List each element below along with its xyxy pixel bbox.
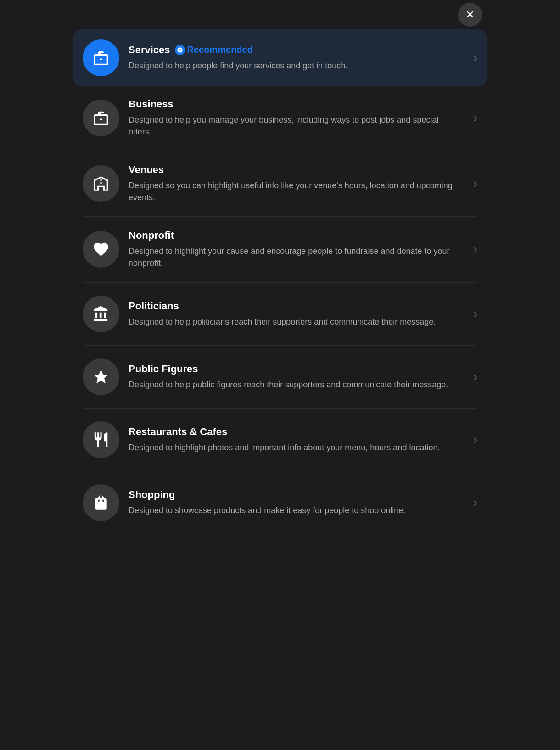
template-item-venues[interactable]: VenuesDesigned so you can highlight usef… [73, 154, 487, 213]
template-name-venues: Venues [129, 164, 164, 176]
template-name-row-venues: Venues [129, 164, 459, 176]
template-description-public-figures: Designed to help public figures reach th… [129, 379, 459, 391]
svg-rect-0 [100, 59, 102, 60]
template-name-restaurants: Restaurants & Cafes [129, 426, 227, 438]
template-name-row-restaurants: Restaurants & Cafes [129, 426, 459, 438]
template-text-shopping: ShoppingDesigned to showcase products an… [129, 489, 459, 516]
template-name-politicians: Politicians [129, 300, 179, 312]
template-item-politicians[interactable]: PoliticiansDesigned to help politicians … [73, 285, 487, 342]
list-divider [83, 408, 477, 409]
heart-icon [83, 231, 119, 268]
template-description-business: Designed to help you manage your busines… [129, 114, 459, 138]
template-name-business: Business [129, 98, 174, 110]
svg-rect-1 [100, 119, 102, 120]
template-description-shopping: Designed to showcase products and make i… [129, 504, 459, 516]
chevron-right-icon: › [473, 307, 477, 321]
template-text-nonprofit: NonprofitDesigned to highlight your caus… [129, 229, 459, 269]
templates-list: ServicesRecommendedDesigned to help peop… [73, 29, 487, 531]
briefcase-icon [83, 100, 119, 136]
building-icon [83, 165, 119, 202]
chevron-right-icon: › [473, 242, 477, 257]
chevron-right-icon: › [473, 369, 477, 384]
template-item-business[interactable]: BusinessDesigned to help you manage your… [73, 88, 487, 148]
template-name-row-services: ServicesRecommended [129, 44, 459, 56]
template-name-row-business: Business [129, 98, 459, 110]
template-description-services: Designed to help people find your servic… [129, 60, 459, 72]
template-description-venues: Designed so you can highlight useful inf… [129, 179, 459, 203]
list-divider [83, 282, 477, 283]
chevron-right-icon: › [473, 176, 477, 191]
bag-icon [83, 484, 119, 521]
template-description-nonprofit: Designed to highlight your cause and enc… [129, 245, 459, 269]
list-divider [83, 151, 477, 151]
template-name-public-figures: Public Figures [129, 363, 198, 375]
chevron-right-icon: › [473, 495, 477, 510]
chevron-right-icon: › [473, 432, 477, 447]
template-text-venues: VenuesDesigned so you can highlight usef… [129, 164, 459, 203]
template-item-public-figures[interactable]: Public FiguresDesigned to help public fi… [73, 348, 487, 405]
recommended-badge: Recommended [175, 45, 253, 55]
template-text-public-figures: Public FiguresDesigned to help public fi… [129, 363, 459, 391]
chevron-right-icon: › [473, 50, 477, 65]
template-description-politicians: Designed to help politicians reach their… [129, 316, 459, 328]
template-name-row-nonprofit: Nonprofit [129, 229, 459, 241]
template-description-restaurants: Designed to highlight photos and importa… [129, 442, 459, 453]
star-icon [83, 358, 119, 395]
template-name-row-shopping: Shopping [129, 489, 459, 501]
chevron-right-icon: › [473, 111, 477, 125]
template-name-row-politicians: Politicians [129, 300, 459, 312]
template-item-shopping[interactable]: ShoppingDesigned to showcase products an… [73, 474, 487, 531]
template-text-politicians: PoliticiansDesigned to help politicians … [129, 300, 459, 328]
template-item-nonprofit[interactable]: NonprofitDesigned to highlight your caus… [73, 219, 487, 279]
bank-icon [83, 296, 119, 332]
list-divider [83, 216, 477, 217]
template-item-services[interactable]: ServicesRecommendedDesigned to help peop… [73, 29, 487, 86]
recommended-label: Recommended [187, 45, 253, 55]
close-icon: ✕ [465, 9, 475, 20]
template-name-services: Services [129, 44, 170, 56]
page-container: ✕ ServicesRecommendedDesigned to help pe… [64, 0, 496, 549]
verified-icon [175, 45, 185, 55]
template-name-row-public-figures: Public Figures [129, 363, 459, 375]
close-button[interactable]: ✕ [458, 3, 482, 27]
header: ✕ [73, 0, 487, 29]
list-divider [83, 471, 477, 471]
fork-icon [83, 421, 119, 458]
template-item-restaurants[interactable]: Restaurants & CafesDesigned to highlight… [73, 411, 487, 468]
briefcase-icon [83, 39, 119, 76]
list-divider [83, 345, 477, 346]
template-name-shopping: Shopping [129, 489, 175, 501]
template-text-services: ServicesRecommendedDesigned to help peop… [129, 44, 459, 72]
template-text-business: BusinessDesigned to help you manage your… [129, 98, 459, 138]
template-name-nonprofit: Nonprofit [129, 229, 174, 241]
template-text-restaurants: Restaurants & CafesDesigned to highlight… [129, 426, 459, 453]
